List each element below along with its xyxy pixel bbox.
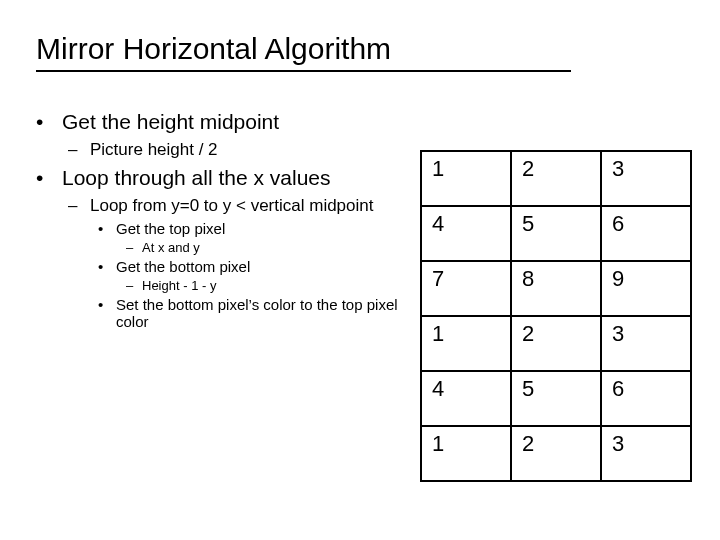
bullet-text: Get the top pixel: [116, 220, 225, 237]
bullet-text: Loop through all the x values: [62, 166, 331, 190]
grid-cell: 1: [421, 316, 511, 371]
bullet-dot: •: [98, 220, 116, 237]
grid-cell: 1: [421, 151, 511, 206]
bullet-dash: –: [126, 240, 142, 255]
bullet-dash: –: [126, 278, 142, 293]
bullet-text: At x and y: [142, 240, 200, 255]
bullet-dot: •: [36, 166, 62, 190]
bullet-dash: –: [68, 140, 90, 160]
table-row: 7 8 9: [421, 261, 691, 316]
table-row: 1 2 3: [421, 316, 691, 371]
grid-cell: 2: [511, 426, 601, 481]
grid-cell: 7: [421, 261, 511, 316]
bullet-dot: •: [36, 110, 62, 134]
slide-title: Mirror Horizontal Algorithm: [36, 32, 571, 72]
bullet-content: •Get the height midpoint –Picture height…: [36, 110, 416, 336]
grid-cell: 4: [421, 206, 511, 261]
bullet-text: Picture height / 2: [90, 140, 218, 160]
bullet-dot: •: [98, 296, 116, 313]
grid-cell: 8: [511, 261, 601, 316]
grid-cell: 3: [601, 426, 691, 481]
bullet-text: Height - 1 - y: [142, 278, 216, 293]
grid-cell: 2: [511, 151, 601, 206]
table-row: 1 2 3: [421, 151, 691, 206]
grid-cell: 6: [601, 371, 691, 426]
grid-cell: 4: [421, 371, 511, 426]
grid-cell: 5: [511, 206, 601, 261]
grid-cell: 1: [421, 426, 511, 481]
bullet-dot: •: [98, 258, 116, 275]
bullet-text: Set the bottom pixel’s color to the top …: [116, 296, 416, 330]
grid-cell: 3: [601, 151, 691, 206]
table-row: 4 5 6: [421, 371, 691, 426]
bullet-text: Get the height midpoint: [62, 110, 279, 134]
grid-cell: 5: [511, 371, 601, 426]
grid-cell: 6: [601, 206, 691, 261]
table-row: 4 5 6: [421, 206, 691, 261]
bullet-text: Loop from y=0 to y < vertical midpoint: [90, 196, 373, 216]
grid-cell: 3: [601, 316, 691, 371]
grid-cell: 9: [601, 261, 691, 316]
grid-cell: 2: [511, 316, 601, 371]
bullet-text: Get the bottom pixel: [116, 258, 250, 275]
bullet-dash: –: [68, 196, 90, 216]
table-row: 1 2 3: [421, 426, 691, 481]
number-grid: 1 2 3 4 5 6 7 8 9 1 2 3 4 5 6 1 2 3: [420, 150, 692, 482]
